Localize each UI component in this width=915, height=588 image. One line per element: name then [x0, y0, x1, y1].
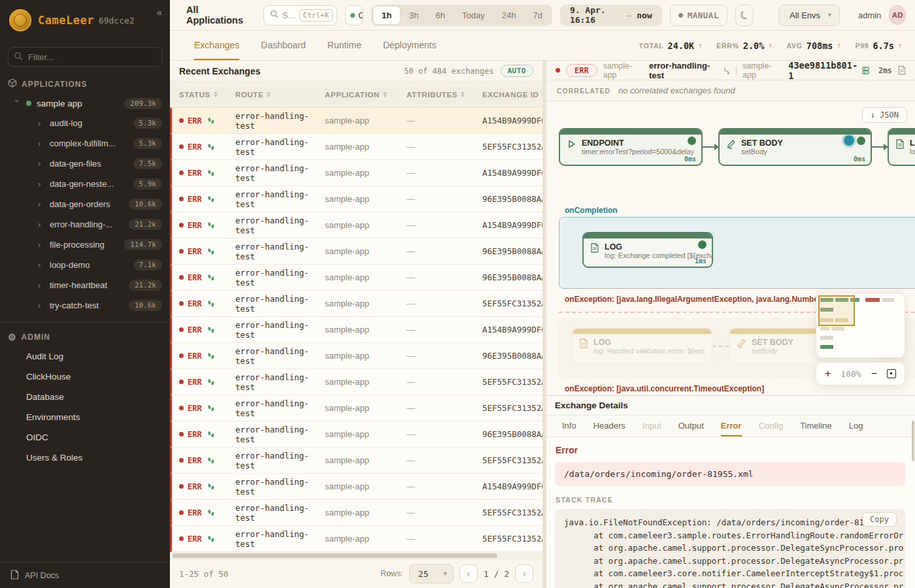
time-range-24h[interactable]: 24h — [493, 6, 525, 25]
filter-input[interactable] — [8, 47, 162, 67]
copy-button[interactable]: Copy — [862, 512, 897, 527]
admin-item-audit-log[interactable]: Audit Log — [0, 346, 170, 367]
table-row[interactable]: ERR error-handling-test sample-app — 96E… — [170, 343, 542, 369]
chevron-right-icon[interactable]: › — [38, 220, 46, 229]
details-tab-output[interactable]: Output — [678, 416, 704, 436]
api-docs-link[interactable]: API Docs — [0, 562, 170, 588]
sort-icon[interactable] — [461, 91, 465, 97]
scrollbar-thumb[interactable] — [173, 553, 497, 558]
details-tab-log[interactable]: Log — [849, 416, 863, 436]
auto-refresh-badge[interactable]: AUTO — [501, 65, 534, 77]
table-row[interactable]: ERR error-handling-test sample-app — 96E… — [170, 186, 542, 212]
chevron-right-icon[interactable]: › — [38, 139, 46, 148]
sidebar-route-item[interactable]: › data-gen-files 7.5k — [0, 154, 170, 174]
sort-icon[interactable] — [383, 91, 387, 97]
date-range-picker[interactable]: 9. Apr. 16:16 — now — [560, 5, 662, 26]
time-range-6h[interactable]: 6h — [427, 6, 454, 25]
chevron-right-icon[interactable]: › — [38, 179, 46, 189]
exchange-id[interactable]: 43ee9811b801-1 — [788, 61, 870, 80]
details-tab-config[interactable]: Config — [759, 416, 784, 436]
sidebar-route-item[interactable]: › error-handling-... 21.2k — [0, 214, 170, 235]
prev-page-button[interactable]: ‹ — [459, 564, 478, 583]
admin-item-users-roles[interactable]: Users & Roles — [0, 448, 170, 468]
table-row[interactable]: ERR error-handling-test sample-app — 5EF… — [170, 395, 542, 421]
sidebar-route-item[interactable]: › file-processing 114.7k — [0, 235, 170, 255]
live-status-chip[interactable]: O — [345, 5, 363, 25]
time-range-1h[interactable]: 1h — [373, 6, 401, 25]
table-row[interactable]: ERR error-handling-test sample-app — A15… — [170, 212, 542, 238]
column-header-exchange-id[interactable]: EXCHANGE ID — [482, 91, 542, 99]
flow-node[interactable]: SET BODY setBody 0ms — [718, 128, 872, 166]
chevron-right-icon[interactable]: › — [38, 199, 46, 209]
table-row[interactable]: ERR error-handling-test sample-app — 5EF… — [170, 369, 542, 395]
time-range-7d[interactable]: 7d — [524, 6, 550, 25]
flow-minimap[interactable] — [816, 293, 905, 358]
tab-deployments[interactable]: Deployments — [383, 31, 437, 60]
exception-flow-node[interactable]: LOG log: Handled validation error: ${exc… — [572, 328, 712, 364]
details-tab-error[interactable]: Error — [721, 416, 742, 436]
chevron-right-icon[interactable]: › — [38, 159, 46, 169]
route-flow-canvas[interactable]: ↓ JSON ENDPOINT timer:errorTest?period=5… — [546, 101, 915, 395]
minimap-viewport[interactable] — [818, 295, 855, 326]
table-row[interactable]: ERR error-handling-test sample-app — 5EF… — [170, 134, 542, 160]
chevron-right-icon[interactable]: › — [38, 280, 46, 290]
sort-icon[interactable] — [214, 91, 218, 97]
admin-item-environments[interactable]: Environments — [0, 407, 170, 427]
time-range-3h[interactable]: 3h — [401, 6, 427, 25]
tab-dashboard[interactable]: Dashboard — [261, 31, 306, 60]
tab-exchanges[interactable]: Exchanges — [194, 31, 239, 60]
table-row[interactable]: ERR error-handling-test sample-app — 5EF… — [170, 526, 542, 552]
details-tab-input[interactable]: Input — [642, 416, 661, 436]
table-row[interactable]: ERR error-handling-test sample-app — 96E… — [170, 265, 542, 291]
sidebar-collapse-icon[interactable]: « — [157, 7, 162, 18]
fit-view-button[interactable] — [887, 369, 896, 378]
document-icon[interactable] — [898, 65, 906, 75]
table-row[interactable]: ERR error-handling-test sample-app — A15… — [170, 474, 542, 500]
details-tab-headers[interactable]: Headers — [593, 416, 625, 436]
sidebar-item-sample-app[interactable]: › sample app 209.3k — [0, 93, 170, 113]
table-row[interactable]: ERR error-handling-test sample-app — 96E… — [170, 238, 542, 265]
sidebar-route-item[interactable]: › timer-heartbeat 21.2k — [0, 275, 170, 295]
breakpoint-dot[interactable] — [844, 135, 854, 146]
sidebar-route-item[interactable]: › complex-fulfillm... 5.3k — [0, 133, 170, 154]
table-row[interactable]: ERR error-handling-test sample-app — A15… — [170, 317, 542, 343]
table-row[interactable]: ERR error-handling-test sample-app — 5EF… — [170, 500, 542, 526]
time-range-today[interactable]: Today — [454, 6, 493, 25]
sort-icon[interactable] — [542, 91, 542, 97]
chevron-right-icon[interactable]: › — [38, 118, 46, 128]
environment-select[interactable]: All Envs ▼ — [778, 5, 840, 26]
rows-per-page-select[interactable]: 25 ▼ — [409, 564, 454, 583]
chevron-right-icon[interactable]: › — [38, 260, 46, 270]
flow-node[interactable]: LOG log: Exchange completed [${exchan 1m… — [582, 232, 713, 268]
column-header-attributes[interactable]: ATTRIBUTES — [407, 91, 482, 99]
zoom-out-button[interactable]: − — [871, 368, 877, 379]
admin-item-oidc[interactable]: OIDC — [0, 427, 170, 448]
download-json-button[interactable]: ↓ JSON — [862, 107, 907, 123]
chevron-down-icon[interactable]: › — [12, 99, 22, 107]
admin-item-clickhouse[interactable]: ClickHouse — [0, 367, 170, 387]
details-scrollbar-thumb[interactable] — [912, 421, 914, 461]
sort-icon[interactable] — [267, 91, 271, 97]
table-row[interactable]: ERR error-handling-test sample-app — 96E… — [170, 421, 542, 448]
global-search[interactable]: S... Ctrl+K — [263, 5, 337, 25]
sidebar-route-item[interactable]: › data-gen-orders 10.6k — [0, 194, 170, 214]
next-page-button[interactable]: › — [515, 564, 533, 583]
table-row[interactable]: ERR error-handling-test sample-app — 5EF… — [170, 291, 542, 317]
flow-node[interactable]: ENDPOINT timer:errorTest?period=5000&del… — [559, 128, 703, 166]
admin-item-database[interactable]: Database — [0, 387, 170, 407]
column-header-status[interactable]: STATUS — [179, 91, 235, 99]
avatar[interactable]: AD — [889, 5, 906, 25]
details-tab-info[interactable]: Info — [562, 416, 576, 436]
table-row[interactable]: ERR error-handling-test sample-app — A15… — [170, 108, 542, 134]
zoom-in-button[interactable]: + — [825, 368, 831, 379]
sidebar-route-item[interactable]: › data-gen-neste... 5.9k — [0, 174, 170, 194]
chevron-right-icon[interactable]: › — [38, 301, 46, 310]
flow-node[interactable]: LOG log: Sta — [888, 128, 915, 166]
details-tab-timeline[interactable]: Timeline — [800, 416, 832, 436]
dark-mode-toggle[interactable]: ☾ — [735, 5, 754, 26]
chevron-right-icon[interactable]: › — [38, 240, 46, 250]
sidebar-route-item[interactable]: › loop-demo 7.1k — [0, 255, 170, 275]
sidebar-route-item[interactable]: › try-catch-test 10.6k — [0, 295, 170, 316]
manual-refresh-button[interactable]: MANUAL — [670, 5, 727, 26]
column-header-application[interactable]: APPLICATION — [325, 91, 407, 99]
